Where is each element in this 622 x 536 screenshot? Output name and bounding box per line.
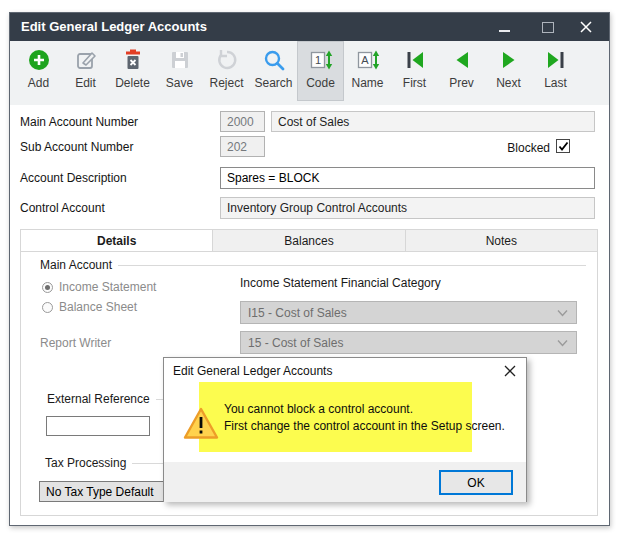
edit-button[interactable]: Edit (62, 41, 109, 101)
chevron-down-icon (557, 339, 568, 347)
close-icon (504, 365, 516, 377)
add-icon (27, 48, 51, 72)
blocked-label: Blocked (450, 141, 550, 155)
sub-account-number-field[interactable]: 202 (220, 136, 265, 157)
radio-income-statement[interactable]: Income Statement (42, 280, 156, 294)
external-reference-label: External Reference (47, 392, 150, 406)
close-button[interactable] (569, 13, 603, 41)
delete-icon (121, 48, 145, 72)
edit-icon (74, 48, 98, 72)
main-account-name-field[interactable]: Cost of Sales (271, 111, 595, 132)
tab-balances[interactable]: Balances (213, 229, 405, 252)
next-record-button[interactable]: Next (485, 41, 532, 101)
prev-record-button[interactable]: Prev (438, 41, 485, 101)
tab-details[interactable]: Details (20, 229, 213, 252)
radio-balance-sheet[interactable]: Balance Sheet (42, 300, 137, 314)
control-account-field[interactable]: Inventory Group Control Accounts (220, 197, 595, 219)
financial-category-dropdown[interactable]: I15 - Cost of Sales (240, 301, 577, 324)
svg-text:A: A (361, 54, 369, 66)
warning-message-line2: First change the control account in the … (224, 418, 505, 435)
dialog-close-button[interactable] (500, 362, 520, 380)
save-icon (168, 48, 192, 72)
titlebar[interactable]: Edit General Ledger Accounts (10, 13, 609, 41)
code-sort-button[interactable]: 1 Code (297, 41, 344, 101)
prev-icon (450, 48, 474, 72)
minimize-button[interactable] (487, 13, 521, 41)
financial-category-label: Income Statement Financial Category (240, 276, 441, 290)
delete-button[interactable]: Delete (109, 41, 156, 101)
name-sort-button[interactable]: A Name (344, 41, 391, 101)
first-record-button[interactable]: First (391, 41, 438, 101)
window-title: Edit General Ledger Accounts (21, 13, 207, 41)
ok-button[interactable]: OK (439, 470, 513, 495)
external-reference-input[interactable] (46, 416, 150, 436)
account-description-field[interactable]: Spares = BLOCK (220, 167, 595, 189)
code-sort-icon: 1 (309, 48, 333, 72)
report-writer-label: Report Writer (40, 336, 111, 350)
warning-triangle-icon (183, 406, 219, 440)
save-button[interactable]: Save (156, 41, 203, 101)
group-divider (118, 265, 586, 266)
maximize-button[interactable] (531, 13, 565, 41)
tax-type-dropdown[interactable]: No Tax Type Default (39, 481, 177, 502)
first-icon (403, 48, 427, 72)
chevron-down-icon (557, 309, 568, 317)
control-account-label: Control Account (20, 201, 105, 215)
report-writer-dropdown[interactable]: 15 - Cost of Sales (240, 331, 577, 354)
main-account-group: Main Account (40, 258, 586, 272)
next-icon (497, 48, 521, 72)
tab-strip: Details Balances Notes (20, 229, 598, 252)
warning-dialog: Edit General Ledger Accounts You cannot … (163, 357, 527, 502)
reject-button[interactable]: Reject (203, 41, 250, 101)
warning-message: You cannot block a control account. Firs… (224, 401, 505, 434)
edit-gl-accounts-window: Edit General Ledger Accounts Add (9, 12, 610, 526)
search-button[interactable]: Search (250, 41, 297, 101)
external-reference-group: External Reference (47, 392, 175, 406)
radio-selected-icon (42, 282, 53, 293)
main-account-number-field[interactable]: 2000 (220, 111, 265, 132)
add-button[interactable]: Add (15, 41, 62, 101)
main-account-group-label: Main Account (40, 258, 112, 272)
last-record-button[interactable]: Last (532, 41, 579, 101)
tab-notes[interactable]: Notes (406, 229, 598, 252)
blocked-checkbox[interactable] (556, 139, 570, 153)
tax-processing-label: Tax Processing (45, 456, 126, 470)
name-sort-icon: A (356, 48, 380, 72)
warning-message-line1: You cannot block a control account. (224, 401, 505, 418)
sub-account-number-label: Sub Account Number (20, 140, 133, 154)
search-icon (262, 48, 286, 72)
account-description-label: Account Description (20, 171, 127, 185)
dialog-title: Edit General Ledger Accounts (173, 364, 332, 378)
maximize-icon (542, 22, 554, 33)
main-account-number-label: Main Account Number (20, 115, 138, 129)
reject-icon (215, 48, 239, 72)
minimize-icon (499, 30, 510, 32)
last-icon (544, 48, 568, 72)
tax-processing-group: Tax Processing (45, 456, 175, 470)
checkmark-icon (558, 141, 569, 152)
toolbar: Add Edit Delete (10, 41, 609, 105)
screen: Edit General Ledger Accounts Add (0, 0, 622, 536)
svg-text:1: 1 (314, 54, 320, 66)
radio-unselected-icon (42, 302, 53, 313)
close-icon (580, 21, 592, 33)
